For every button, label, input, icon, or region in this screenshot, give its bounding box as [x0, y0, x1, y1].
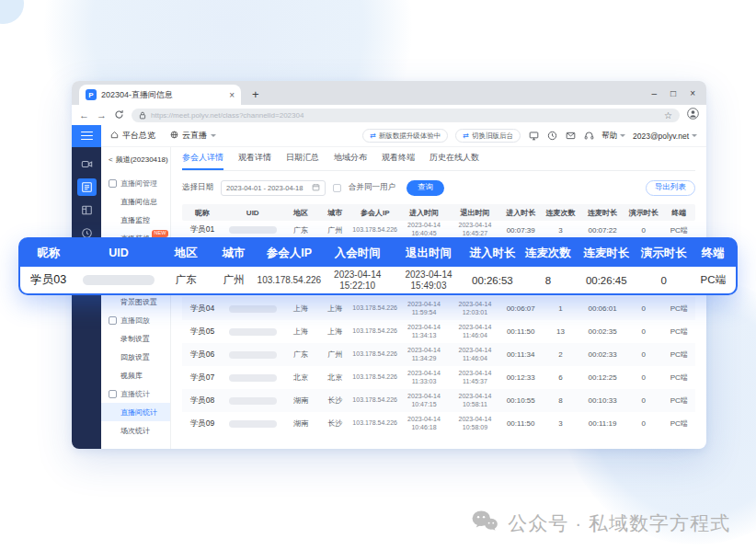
cell-nickname: 学员05: [182, 327, 223, 338]
play-icon: [109, 316, 117, 325]
back-icon[interactable]: ←: [79, 110, 89, 120]
switch-legacy-pill[interactable]: ⇄ 切换旧版后台: [455, 129, 521, 143]
merge-user-checkbox[interactable]: [333, 184, 341, 192]
col-terminal: 终端: [662, 208, 695, 218]
forward-icon[interactable]: →: [97, 110, 107, 120]
callout-col-terminal: 终端: [690, 246, 736, 261]
cell-enter-time: 2023-04-1411:59:54: [398, 301, 449, 317]
headset-icon[interactable]: [583, 131, 594, 142]
tab-3[interactable]: 地域分布: [334, 147, 367, 170]
nav-item-2[interactable]: 直播监控: [101, 211, 170, 229]
col-city: 城市: [319, 208, 352, 218]
nav-item-9[interactable]: 视频库: [101, 366, 170, 384]
cell-exit-time: 2023-04-1412:03:01: [450, 301, 500, 317]
callout-cell-enter-time: 2023-04-1415:22:10: [322, 269, 393, 291]
bookmark-star-icon[interactable]: ☆: [664, 110, 672, 120]
date-range-value: 2023-04-01 - 2023-04-18: [226, 184, 303, 192]
video-camera-icon[interactable]: [77, 155, 97, 173]
maximize-button[interactable]: □: [670, 88, 676, 98]
app-topbar: 平台总览 云直播 ⇄ 新版数据升级体验中 ⇄ 切换旧版后台: [72, 125, 706, 147]
callout-cell-city: 广州: [211, 273, 257, 287]
watermark: 公众号 · 私域数字方程式: [471, 510, 730, 537]
swap-icon: ⇄: [370, 132, 376, 140]
nav-group-0[interactable]: 直播间管理: [101, 174, 170, 192]
tab-0[interactable]: 参会人详情: [182, 147, 223, 170]
cell-ip: 103.178.54.226: [351, 304, 398, 313]
message-icon[interactable]: [565, 131, 576, 142]
channel-breadcrumb[interactable]: < 频道(20230418): [101, 147, 170, 171]
col-uid: UID: [223, 209, 282, 217]
table-row: 学员01广东广州103.178.54.2262023-04-1416:40:45…: [182, 221, 695, 239]
upgrade-banner-pill[interactable]: ⇄ 新版数据升级体验中: [362, 129, 448, 143]
nav-item-12[interactable]: 场次统计: [101, 421, 170, 440]
callout-cell-terminal: PC端: [690, 273, 736, 287]
url-text: https://meet.polyv.net/class?channelId=2…: [151, 111, 659, 120]
col-enter-time: 进入时间: [398, 208, 449, 218]
data-list-icon[interactable]: [77, 178, 97, 196]
cell-ip: 103.178.54.226: [351, 350, 398, 359]
merge-user-label: 合并同一用户: [349, 182, 395, 193]
help-dropdown[interactable]: 帮助: [601, 131, 625, 142]
nav-group-10[interactable]: 直播统计: [101, 384, 170, 403]
refresh-icon[interactable]: [114, 109, 124, 121]
nav-item-5[interactable]: 背景图设置: [101, 292, 170, 311]
cell-enter-time: 2023-04-1411:33:03: [398, 370, 449, 386]
nav-item-7[interactable]: 录制设置: [101, 329, 170, 348]
cell-duration: 00:11:50: [500, 327, 541, 336]
menu-toggle-button[interactable]: [72, 125, 101, 147]
browser-tab-strip: P 202304-直播间信息 × + – □ ×: [72, 81, 706, 105]
tab-2[interactable]: 日期汇总: [286, 147, 319, 170]
tab-1[interactable]: 观看详情: [238, 147, 271, 170]
profile-avatar[interactable]: [687, 107, 699, 123]
nav-item-8[interactable]: 回放设置: [101, 348, 170, 366]
cell-enter-time: 2023-04-1410:46:18: [398, 416, 449, 432]
uid-blur-pill: [229, 305, 277, 313]
side-nav-list: 直播间管理直播间信息直播监控直播装修NEW背景图设置直播回放录制设置回放设置视频…: [101, 171, 170, 440]
account-dropdown[interactable]: 2023@polyv.net: [633, 132, 697, 141]
cell-duration: 00:11:50: [500, 419, 541, 428]
export-list-button[interactable]: 导出列表: [646, 180, 695, 196]
tab-close-icon[interactable]: ×: [229, 90, 235, 100]
cell-demo-duration: 0: [624, 396, 662, 405]
cell-mic-count: 1: [541, 304, 580, 313]
new-tab-button[interactable]: +: [252, 87, 259, 101]
cell-city: 广州: [319, 225, 352, 235]
nav-item-11[interactable]: 直播间统计: [101, 403, 170, 421]
table-row: 学员05上海上海103.178.54.2262023-04-1411:34:13…: [182, 320, 695, 343]
cell-ip: 103.178.54.226: [351, 373, 398, 382]
address-bar[interactable]: https://meet.polyv.net/class?channelId=2…: [132, 109, 680, 122]
nav-item-1[interactable]: 直播间信息: [101, 192, 170, 211]
cell-mic-duration: 00:06:01: [580, 304, 624, 313]
callout-col-duration: 进入时长: [464, 246, 521, 261]
tab-4[interactable]: 观看终端: [382, 147, 415, 170]
callout-cell-ip: 103.178.54.226: [257, 275, 322, 286]
cell-mic-duration: 00:02:33: [580, 350, 624, 359]
search-button[interactable]: 查询: [407, 180, 444, 196]
nav-group-6[interactable]: 直播回放: [101, 311, 170, 329]
chevron-down-icon: [692, 134, 697, 137]
callout-cell-demo-duration: 0: [637, 275, 690, 286]
cell-terminal: PC端: [662, 327, 695, 337]
cell-exit-time: 2023-04-1416:45:27: [450, 222, 500, 238]
close-button[interactable]: ×: [690, 88, 695, 98]
cell-exit-time: 2023-04-1411:46:04: [450, 324, 500, 340]
nav-product-dropdown[interactable]: 云直播: [170, 130, 216, 142]
minimize-button[interactable]: –: [652, 88, 658, 98]
browser-tab[interactable]: P 202304-直播间信息 ×: [79, 85, 241, 105]
monitor-icon[interactable]: [528, 131, 539, 142]
layout-icon[interactable]: [77, 201, 97, 219]
nav-group-label: 直播回放: [120, 315, 150, 326]
nav-product-label: 云直播: [182, 130, 207, 142]
nav-platform-overview[interactable]: 平台总览: [110, 130, 155, 142]
callout-cell-mic-duration: 00:26:45: [576, 275, 637, 286]
date-range-input[interactable]: 2023-04-01 - 2023-04-18: [221, 180, 326, 196]
back-chevron-icon[interactable]: <: [109, 155, 113, 164]
switch-legacy-label: 切换旧版后台: [472, 132, 513, 141]
col-demo-duration: 演示时长: [624, 208, 662, 218]
callout-col-enter-time: 入会时间: [322, 246, 393, 261]
tab-5[interactable]: 历史在线人数: [430, 147, 479, 170]
cell-demo-duration: 0: [624, 350, 662, 359]
history-clock-icon[interactable]: [546, 131, 557, 142]
col-region: 地区: [282, 208, 318, 218]
calendar-icon: [312, 183, 320, 193]
